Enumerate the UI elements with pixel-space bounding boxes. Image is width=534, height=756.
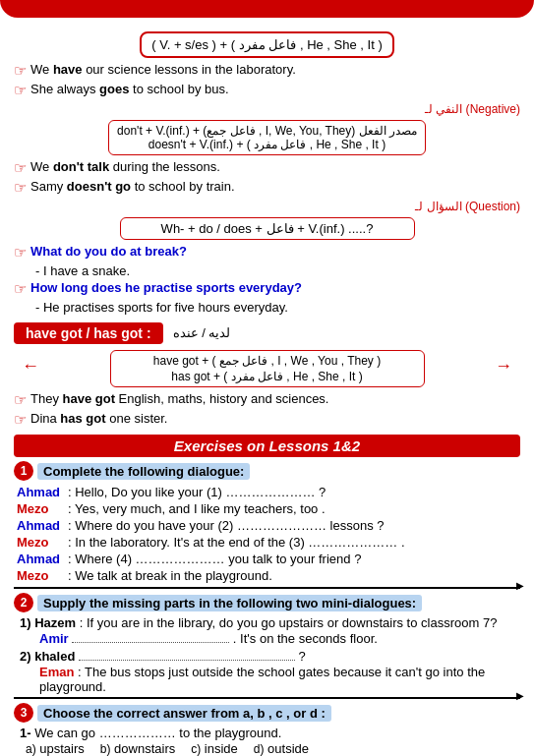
khaled-label: khaled — [34, 649, 75, 664]
have-got-meaning: لديه / عنده — [173, 325, 231, 340]
top-decoration — [0, 0, 534, 18]
page-content: ( He , She , It , فاعل مفرد ) + ( V. + s… — [0, 24, 534, 756]
exercises-title: Exercises on Lessons 1&2 — [14, 435, 520, 457]
name-mezo-2: Mezo — [14, 534, 65, 551]
name-ahmad-1: Ahmad — [14, 484, 65, 500]
ex-2-num: 2 — [14, 593, 33, 612]
ex-1-num: 1 — [14, 461, 33, 481]
q1-text: 1- We can go ……………… to the playground. — [20, 726, 520, 740]
arrow-right-deco: → — [495, 356, 512, 377]
bullet-8: ☞ Dina has got one sister. — [14, 411, 520, 429]
mini-dialogue-2: 2) khaled ? — [20, 649, 520, 664]
amir-label: Amir — [39, 631, 69, 646]
bullet-icon-5: ☞ — [14, 244, 27, 262]
question-label: (Question) السؤال لـ — [14, 200, 520, 213]
table-row: Ahmad : Hello, Do you like your (1) …………… — [14, 484, 520, 500]
hazem-label: Hazem — [34, 615, 76, 630]
have-got-row: have got / has got : لديه / عنده — [14, 319, 520, 346]
mini-2-num: 2) — [20, 649, 31, 664]
bullet-4: ☞ Samy doesn't go to school by train. — [14, 179, 520, 197]
arrow-separator-2: ▶ — [14, 697, 520, 699]
exercise-1-heading: 1 Complete the following dialogue: — [14, 461, 520, 481]
answer-2: - He practises sports for five hours eve… — [35, 300, 520, 315]
arrow-separator-1: ▶ — [14, 587, 520, 589]
bullet-icon-8: ☞ — [14, 411, 27, 429]
bullet-5: ☞ What do you do at break? — [14, 244, 520, 262]
name-mezo-3: Mezo — [14, 567, 65, 584]
table-row: Mezo : In the laboratory. It's at the en… — [14, 534, 520, 551]
bullet-icon-7: ☞ — [14, 391, 27, 409]
bullet-7: ☞ They have got English, maths, history … — [14, 391, 520, 409]
exercise-2-heading: 2 Supply the missing parts in the follow… — [14, 593, 520, 612]
ex-3-title: Choose the correct answer from a, b , c … — [37, 705, 331, 722]
exercise-3-heading: 3 Choose the correct answer from a, b , … — [14, 703, 520, 723]
grammar-box-2: مصدر الفعل (I, We, You, They , فاعل جمع)… — [108, 120, 426, 155]
ex-3-num: 3 — [14, 703, 33, 723]
ex-1-title: Complete the following dialogue: — [37, 463, 250, 480]
bullet-icon-3: ☞ — [14, 159, 27, 177]
mini-1-num: 1) — [20, 615, 31, 630]
have-got-box: have got / has got : — [14, 322, 163, 344]
name-mezo-1: Mezo — [14, 500, 65, 517]
bullet-1: ☞ We have our science lessons in the lab… — [14, 62, 520, 80]
table-row: Mezo : We talk at break in the playgroun… — [14, 567, 520, 584]
grammar-box-4: ( I , We , You , They , فاعل جمع ) + hav… — [110, 350, 425, 387]
bullet-icon-6: ☞ — [14, 280, 27, 298]
grammar-box-3: Wh- + do / does + فاعل + V.(inf.) .....? — [120, 217, 415, 240]
bullet-icon-2: ☞ — [14, 82, 27, 99]
q1-choices: a) upstairs b) downstairs c) inside d) o… — [26, 741, 520, 756]
table-row: Ahmad : Where (4) ………………… you talk to yo… — [14, 551, 520, 567]
table-row: Ahmad : Where do you have your (2) ……………… — [14, 517, 520, 534]
bullet-icon-1: ☞ — [14, 62, 27, 80]
amir-line: Amir . It's on the seconds floor. — [39, 631, 520, 646]
bullet-2: ☞ She always goes to school by bus. — [14, 82, 520, 99]
name-ahmad-3: Ahmad — [14, 551, 65, 567]
negative-label: (Negative) النفي لـ — [14, 102, 520, 116]
grammar-box-1: ( He , She , It , فاعل مفرد ) + ( V. + s… — [140, 31, 393, 58]
eman-label: Eman — [39, 665, 74, 679]
eman-line: Eman : The bus stops just outside the sc… — [39, 665, 520, 694]
bullet-icon-4: ☞ — [14, 179, 27, 197]
dialogue-table: Ahmad : Hello, Do you like your (1) …………… — [14, 484, 520, 584]
mini-dialogue-1: 1) Hazem : If you are in the library, do… — [20, 615, 520, 630]
table-row: Mezo : Yes, very much, and I like my tea… — [14, 500, 520, 517]
bullet-6: ☞ How long does he practise sports every… — [14, 280, 520, 298]
arrow-left-deco: ← — [22, 356, 39, 377]
answer-1: - I have a snake. — [35, 263, 520, 278]
ex-2-title: Supply the missing parts in the followin… — [37, 595, 422, 611]
bullet-3: ☞ We don't talk during the lessons. — [14, 159, 520, 177]
name-ahmad-2: Ahmad — [14, 517, 65, 534]
